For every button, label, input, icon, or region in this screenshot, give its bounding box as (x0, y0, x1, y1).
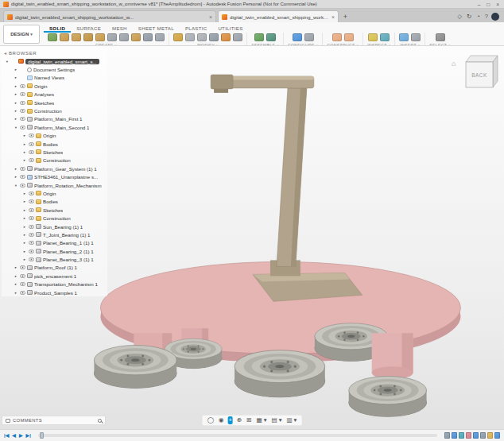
timeline-scrubber[interactable] (40, 432, 44, 439)
configuration-table-icon[interactable] (304, 33, 314, 41)
measure-icon[interactable] (368, 33, 378, 41)
expand-arrow-icon[interactable]: ▸ (14, 109, 18, 113)
tab-close-icon[interactable]: × (209, 14, 212, 20)
insert-menu[interactable]: INSERT (400, 43, 420, 45)
visibility-eye-icon[interactable] (29, 191, 34, 195)
modify-menu[interactable]: MODIFY (197, 43, 219, 45)
grid-snap-icon[interactable]: ▤ ▾ (271, 416, 283, 424)
expand-arrow-icon[interactable]: ▸ (14, 265, 18, 269)
expand-arrow-icon[interactable]: ▸ (22, 133, 27, 137)
visibility-eye-icon[interactable] (20, 101, 25, 105)
browser-tree-item[interactable]: ▸ pick_encasement 1 (2, 272, 107, 280)
sweep-icon[interactable] (83, 33, 93, 41)
combine-icon[interactable] (209, 33, 219, 41)
expand-arrow-icon[interactable]: ▸ (14, 68, 18, 72)
go-to-start-icon[interactable]: |◀ (4, 431, 9, 440)
ribbon-tab[interactable]: UTILITIES (212, 23, 248, 33)
browser-tree-item[interactable]: ▸ Origin (2, 132, 107, 140)
expand-arrow-icon[interactable]: ▸ (14, 282, 18, 286)
timeline-track[interactable] (38, 434, 437, 437)
ribbon-tab[interactable]: SHEET METAL (133, 23, 180, 33)
expand-arrow-icon[interactable]: ▸ (22, 158, 27, 162)
fillet-icon[interactable] (185, 33, 195, 41)
pattern-icon[interactable] (143, 33, 153, 41)
minimize-icon[interactable]: – (478, 1, 481, 8)
visibility-eye-icon[interactable] (20, 265, 25, 269)
browser-tree-item[interactable]: ▸ Origin (2, 189, 107, 197)
select-icon[interactable] (436, 33, 445, 41)
user-avatar[interactable] (491, 13, 499, 21)
document-tab[interactable]: digital_twin_enabled_smart_shipping_work… (218, 10, 339, 22)
browser-tree-item[interactable]: ▸ Bodies (2, 140, 107, 148)
viewcube-home-icon[interactable]: ⌂ (452, 60, 456, 68)
maximize-icon[interactable]: □ (487, 1, 490, 8)
split-body-icon[interactable] (233, 33, 242, 41)
expand-arrow-icon[interactable]: ▸ (14, 291, 18, 295)
loft-icon[interactable] (95, 33, 105, 41)
browser-tree-item[interactable]: ▸ Sketches (2, 148, 107, 156)
browser-tree-item[interactable]: ▾ digital_twin_enabled_smart_s... (2, 57, 107, 65)
browser-tree-item[interactable]: ▸ Sketches (2, 206, 107, 214)
visibility-eye-icon[interactable] (29, 133, 34, 137)
comments-bar[interactable]: COMMENTS (2, 416, 106, 425)
fit-icon[interactable]: ⊞ (246, 416, 252, 424)
ribbon-tab[interactable]: MESH (107, 23, 133, 33)
expand-arrow-icon[interactable]: ▸ (14, 167, 18, 171)
browser-tree-item[interactable]: ▸ Sun_Bearing (1) 1 (2, 222, 107, 230)
visibility-eye-icon[interactable] (20, 167, 25, 171)
expand-arrow-icon[interactable]: ▾ (14, 184, 18, 188)
visibility-eye-icon[interactable] (29, 199, 34, 203)
visibility-eye-icon[interactable] (20, 117, 25, 121)
axis-icon[interactable] (344, 33, 354, 41)
browser-tree-item[interactable]: ▸ Bodies (2, 198, 107, 206)
notifications-icon[interactable]: ◔ (476, 13, 480, 21)
expand-arrow-icon[interactable]: ▸ (22, 225, 27, 229)
new-component-icon[interactable] (254, 33, 264, 41)
assemble-menu[interactable]: ASSEMBLE (251, 43, 279, 45)
browser-tree-item[interactable]: ▸ Planet_Bearing_3 (1) 1 (2, 255, 107, 263)
configure-menu[interactable]: CONFIGURE (288, 43, 318, 45)
go-to-end-icon[interactable]: ▶| (26, 431, 31, 440)
pan-icon[interactable]: + (228, 416, 233, 424)
expand-arrow-icon[interactable]: ▸ (22, 216, 27, 220)
visibility-eye-icon[interactable] (20, 175, 25, 179)
timeline-feature-icon[interactable] (459, 432, 464, 439)
visibility-eye-icon[interactable] (20, 126, 25, 130)
browser-tree-item[interactable]: ▸ STHE3461_Unamplastne s... (2, 172, 107, 180)
shell-icon[interactable] (197, 33, 207, 41)
visibility-eye-icon[interactable] (20, 84, 25, 88)
timeline-feature-icon[interactable] (494, 432, 500, 439)
browser-tree-item[interactable]: ▸ Named Views (2, 74, 107, 82)
expand-arrow-icon[interactable]: ▸ (14, 92, 18, 96)
browser-tree-item[interactable]: ▾ Platform_Main_Second 1 (2, 123, 107, 131)
expand-arrow-icon[interactable]: ▸ (22, 191, 27, 195)
expand-arrow-icon[interactable]: ▸ (22, 241, 27, 245)
create-sketch-icon[interactable] (48, 33, 57, 41)
browser-tree-item[interactable]: ▸ Origin (2, 82, 107, 90)
view-cube[interactable]: ⌂ BACK (450, 52, 501, 94)
extensions-icon[interactable]: ◇ (457, 13, 462, 21)
zoom-icon[interactable]: ⊕ (236, 416, 242, 424)
collapse-panel-icon[interactable]: ◂ (4, 50, 6, 56)
timeline-feature-icon[interactable] (444, 432, 450, 439)
browser-tree-item[interactable]: ▾ Platform_Rotation_Mechanism (2, 181, 107, 189)
joint-icon[interactable] (266, 33, 276, 41)
create-menu[interactable]: CREATE (95, 43, 117, 45)
offset-face-icon[interactable] (221, 33, 231, 41)
browser-tree-item[interactable]: ▸ Construction (2, 106, 107, 114)
browser-tree-item[interactable]: ▸ Planet_Bearing_1 (1) 1 (2, 239, 107, 247)
timeline-feature-icon[interactable] (480, 432, 486, 439)
browser-tree-item[interactable]: ▸ Platform_Roof (1) 1 (2, 264, 107, 272)
new-tab-button[interactable]: + (340, 11, 351, 22)
document-tab[interactable]: digital_twin_enabled_smart_shipping_work… (3, 10, 216, 22)
expand-arrow-icon[interactable]: ▸ (22, 250, 27, 253)
visibility-eye-icon[interactable] (20, 282, 25, 286)
select-menu[interactable]: SELECT (429, 43, 451, 45)
hole-icon[interactable] (107, 33, 117, 41)
visibility-eye-icon[interactable] (29, 142, 34, 146)
visibility-eye-icon[interactable] (20, 92, 25, 96)
step-back-icon[interactable]: ◀ (12, 431, 16, 440)
visibility-eye-icon[interactable] (29, 233, 34, 237)
browser-tree-item[interactable]: ▸ Construction (2, 214, 107, 222)
box-icon[interactable] (131, 33, 141, 41)
